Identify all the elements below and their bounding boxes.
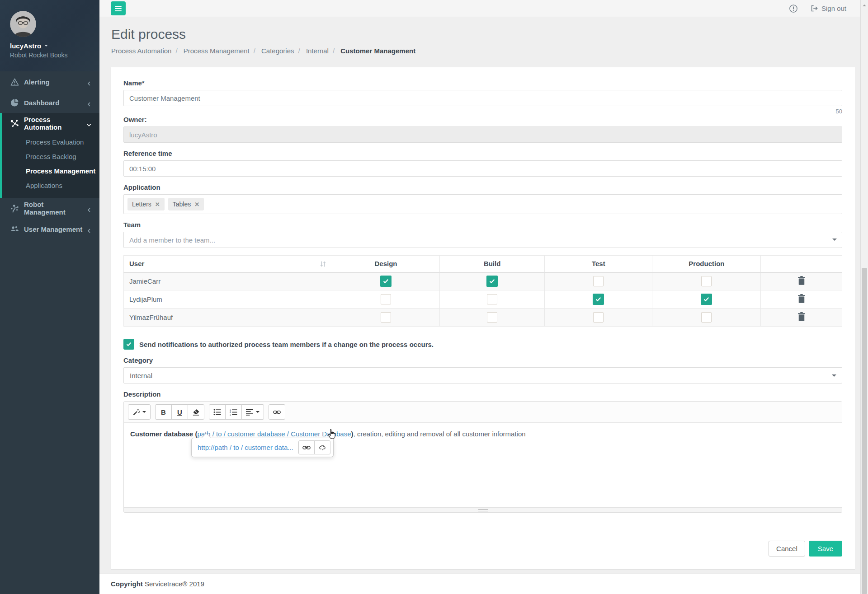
build-checkbox[interactable] [487,312,497,323]
insert-link-button[interactable] [269,404,285,420]
description-editor: B U 123 [123,401,842,513]
name-input[interactable] [123,90,842,106]
team-label: Team [123,221,842,229]
table-row: JamieCarr [124,272,842,290]
footer-company: Servicetrace® 2019 [145,580,204,588]
sidebar-item-user-management[interactable]: User Management [0,219,99,239]
magic-wand-icon [132,408,140,416]
svg-text:2: 2 [230,411,231,413]
breadcrumb-item[interactable]: Process Management [184,47,259,55]
remove-tag-icon[interactable]: ✕ [155,201,160,207]
column-header-actions [761,256,842,272]
test-checkbox[interactable] [593,276,604,286]
test-checkbox[interactable] [593,294,604,305]
sidebar-item-process-automation[interactable]: Process Automation Process Evaluation Pr… [0,113,99,198]
column-header-test: Test [545,256,652,272]
user-cell: LydijaPlum [124,290,332,309]
resize-grip-icon [478,509,488,511]
build-checkbox[interactable] [487,294,497,304]
bold-icon: B [161,408,166,416]
underline-button[interactable]: U [171,404,188,420]
application-tag: Letters ✕ [127,198,165,210]
sign-out-label: Sign out [821,5,846,12]
edit-link-button[interactable] [298,440,315,454]
production-checkbox[interactable] [701,276,712,286]
ordered-list-button[interactable]: 123 [225,404,242,420]
save-button[interactable]: Save [809,541,842,557]
sidebar-subitem-process-backlog[interactable]: Process Backlog [2,149,99,164]
sidebar-subitem-applications[interactable]: Applications [2,178,99,192]
popover-link-url[interactable]: http://path / to / customer data... [198,443,293,453]
design-checkbox[interactable] [380,276,392,287]
sidebar-item-label: Robot Management [24,201,87,216]
sort-icon[interactable] [320,261,326,267]
editor-toolbar: B U 123 [124,402,842,423]
breadcrumb-current: Customer Management [340,47,415,55]
delete-row-button[interactable] [797,276,806,285]
info-icon[interactable] [789,4,798,13]
sidebar-item-alerting[interactable]: Alerting [0,71,99,92]
description-text-bold: Customer database ( [130,430,197,438]
design-checkbox[interactable] [381,312,391,323]
cancel-button[interactable]: Cancel [769,541,805,557]
scrollbar-up-arrow-icon[interactable] [863,3,866,6]
team-member-input[interactable] [123,232,842,248]
table-header-row: User Design Build Test Production [124,256,842,272]
bold-button[interactable]: B [155,404,172,420]
reference-time-input[interactable] [123,160,842,177]
avatar[interactable] [10,11,36,37]
unordered-list-button[interactable] [209,404,226,420]
svg-text:3: 3 [230,413,231,416]
notifications-checkbox[interactable] [123,339,134,350]
hamburger-menu-button[interactable] [111,1,126,15]
team-select[interactable] [123,232,842,248]
chevron-left-icon [87,206,91,210]
column-header-user[interactable]: User [124,256,332,272]
column-header-design: Design [332,256,439,272]
production-checkbox[interactable] [701,312,712,323]
unlink-button[interactable] [314,440,330,454]
breadcrumb-item[interactable]: Process Automation [111,47,182,55]
sidebar-item-dashboard[interactable]: Dashboard [0,92,99,113]
bullet-list-icon [213,408,221,416]
notifications-setting: Send notifications to authorized process… [123,339,842,350]
table-row: LydijaPlum [124,290,842,309]
description-link[interactable]: path / to / customer database / Customer… [197,430,351,438]
editor-content[interactable]: Customer database (path / to / customer … [124,423,842,507]
sign-out-button[interactable]: Sign out [810,5,846,12]
scrollbar-thumb[interactable] [862,268,867,594]
design-checkbox[interactable] [381,294,391,304]
build-checkbox[interactable] [486,276,498,287]
main-area: Sign out Edit process Process Automation… [99,0,868,594]
sidebar-subitem-process-evaluation[interactable]: Process Evaluation [2,135,99,149]
sidebar-item-robot-management[interactable]: Robot Management [0,198,99,219]
clear-format-button[interactable] [188,404,204,420]
test-checkbox[interactable] [593,312,604,323]
category-label: Category [123,356,842,364]
sidebar-subitem-process-management[interactable]: Process Management [2,164,99,178]
sign-out-icon [810,5,818,12]
delete-row-button[interactable] [797,312,806,321]
breadcrumb-item[interactable]: Categories [261,47,304,55]
chevron-left-icon [87,227,91,231]
paragraph-align-button[interactable] [241,404,264,420]
editor-resize-handle[interactable] [124,507,842,512]
sidebar-item-label: Dashboard [24,99,59,107]
sidebar-item-label: Alerting [24,78,50,86]
user-cell: YilmazFrühauf [124,309,332,327]
breadcrumb-item[interactable]: Internal [306,47,339,55]
category-value: Internal [130,372,152,379]
trash-icon [797,276,806,286]
warning-icon [10,78,19,86]
unlink-icon [318,444,326,451]
delete-row-button[interactable] [797,294,806,303]
page-scrollbar[interactable] [860,0,868,594]
link-icon [302,444,311,451]
category-select[interactable]: Internal [123,367,842,384]
production-checkbox[interactable] [701,294,712,305]
style-magic-button[interactable] [128,404,151,420]
application-label: Application [123,183,842,191]
application-tags-input[interactable]: Letters ✕ Tables ✕ [123,194,842,214]
user-name[interactable]: lucyAstro [10,42,99,50]
remove-tag-icon[interactable]: ✕ [194,201,199,207]
